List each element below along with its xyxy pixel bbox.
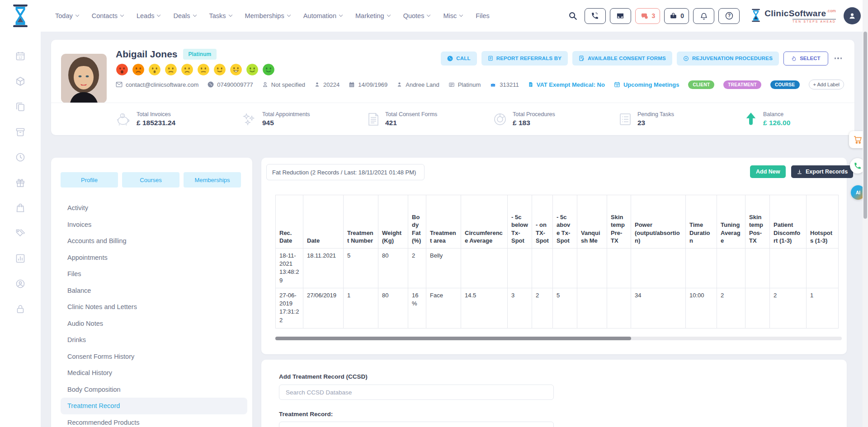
menu-item-body-composition[interactable]: Body Composition xyxy=(61,381,247,398)
menu-item-recommended-products[interactable]: Recommended Products xyxy=(61,414,247,427)
mood-8-icon[interactable] xyxy=(230,63,242,76)
shopping-bag-icon[interactable] xyxy=(15,202,26,213)
table-cell: 10:00 xyxy=(686,288,717,328)
vertical-scrollbar[interactable] xyxy=(863,0,868,427)
help-button[interactable]: ? xyxy=(718,8,740,24)
nav-today[interactable]: Today xyxy=(55,12,79,19)
stat-total-procedures: Total Procedures£ 183 xyxy=(493,111,619,127)
add-label-button[interactable]: + Add Label xyxy=(809,80,844,89)
tab-memberships[interactable]: Memberships xyxy=(184,172,241,188)
consent-forms-button[interactable]: AVAILABLE CONSENT FORMS xyxy=(572,51,672,66)
menu-item-consent-forms-history[interactable]: Consent Forms History xyxy=(61,348,247,365)
horizontal-scrollbar-thumb[interactable] xyxy=(275,337,631,340)
calendar-icon[interactable]: 12 xyxy=(15,51,26,61)
ccsd-search-input[interactable] xyxy=(279,385,554,400)
nav-tasks[interactable]: Tasks xyxy=(209,12,232,19)
search-icon[interactable] xyxy=(565,8,580,23)
mood-3-icon[interactable] xyxy=(148,63,161,76)
cart-button[interactable]: 0 xyxy=(664,8,689,24)
menu-item-invoices[interactable]: Invoices xyxy=(61,216,247,233)
chat-button[interactable]: 3 xyxy=(635,8,660,24)
archive-box-icon[interactable] xyxy=(15,127,26,137)
menu-item-treatment-record[interactable]: Treatment Record xyxy=(61,398,247,414)
tab-profile[interactable]: Profile xyxy=(61,172,118,188)
column-header: Power (output/absortion) xyxy=(631,195,686,249)
select-button[interactable]: SELECT xyxy=(783,52,828,66)
menu-item-files[interactable]: Files xyxy=(61,266,247,282)
table-cell xyxy=(631,249,686,288)
mood-5-icon[interactable] xyxy=(181,63,193,76)
main-content: Abigail Jones Platinum CALL REPORT REFER… xyxy=(41,32,868,427)
column-header: Hotspots (1-3) xyxy=(807,195,839,249)
nav-misc[interactable]: Misc xyxy=(443,12,462,19)
app-logo-icon[interactable] xyxy=(10,5,31,29)
nav-contacts[interactable]: Contacts xyxy=(92,12,123,19)
mood-6-icon[interactable] xyxy=(197,63,210,76)
chevron-down-icon xyxy=(339,13,343,17)
support-person-icon[interactable] xyxy=(15,278,26,289)
mood-7-icon[interactable] xyxy=(213,63,226,76)
price-tags-icon[interactable] xyxy=(15,228,26,239)
mood-2-icon[interactable] xyxy=(132,63,145,76)
table-cell: 2 xyxy=(717,288,745,328)
copy-pages-icon[interactable] xyxy=(15,101,26,112)
vertical-scrollbar-thumb[interactable] xyxy=(863,32,867,219)
stat-pending-tasks: Pending Tasks23 xyxy=(619,111,745,127)
donut-chart-icon xyxy=(493,113,507,126)
history-clock-icon[interactable] xyxy=(15,152,26,163)
vat-exempt-link[interactable]: VAT Exempt Medical: No xyxy=(528,81,605,88)
column-header: Patient Discomfort (1-3) xyxy=(770,195,807,249)
upcoming-meetings-link[interactable]: 12 Upcoming Meetings xyxy=(614,81,679,88)
table-cell: 1 xyxy=(344,288,378,328)
user-avatar[interactable] xyxy=(844,7,861,24)
report-referrals-button[interactable]: REPORT REFERRALS BY xyxy=(481,51,568,66)
gift-icon[interactable] xyxy=(15,177,26,188)
menu-item-accounts-and-billing[interactable]: Accounts and Billing xyxy=(61,233,247,249)
horizontal-scrollbar[interactable] xyxy=(275,337,842,340)
menu-item-balance[interactable]: Balance xyxy=(61,282,247,299)
treatment-record-input[interactable] xyxy=(279,422,554,427)
menu-item-audio-notes[interactable]: Audio Notes xyxy=(61,315,247,332)
nav-deals[interactable]: Deals xyxy=(173,12,196,19)
menu-item-activity[interactable]: Activity xyxy=(61,200,247,216)
column-header: Body Fat (%) xyxy=(408,195,426,249)
nav-marketing[interactable]: Marketing xyxy=(355,12,390,19)
right-column: Fat Reduction (2 Records / Last: 18/11/2… xyxy=(261,158,847,427)
nav-quotes[interactable]: Quotes xyxy=(403,12,430,19)
mood-9-icon[interactable] xyxy=(246,63,259,76)
membership-card-icon xyxy=(448,82,455,88)
nav-memberships[interactable]: Memberships xyxy=(245,12,290,19)
mood-10-icon[interactable] xyxy=(262,63,275,76)
stat-total-appointments: Total Appointments945 xyxy=(242,111,368,127)
rejuvenation-procedures-button[interactable]: REJUVENATION PROCEDURES xyxy=(677,52,779,66)
notifications-button[interactable] xyxy=(693,8,714,24)
question-icon: ? xyxy=(725,11,734,20)
more-options-icon[interactable] xyxy=(833,55,844,62)
call-button[interactable]: CALL xyxy=(441,52,476,66)
mood-1-icon[interactable] xyxy=(116,63,128,76)
mood-scale xyxy=(116,63,275,76)
products-cube-icon[interactable] xyxy=(15,76,26,87)
bar-chart-icon[interactable] xyxy=(15,253,26,264)
nav-automation[interactable]: Automation xyxy=(303,12,342,19)
mood-4-icon[interactable] xyxy=(165,63,177,76)
inbox-button[interactable] xyxy=(610,8,631,24)
menu-item-drinks[interactable]: Drinks xyxy=(61,332,247,348)
menu-item-clinic-notes-and-letters[interactable]: Clinic Notes and Letters xyxy=(61,299,247,315)
tab-courses[interactable]: Courses xyxy=(122,172,179,188)
table-cell xyxy=(577,249,607,288)
menu-item-medical-history[interactable]: Medical History xyxy=(61,365,247,381)
menu-item-appointments[interactable]: Appointments xyxy=(61,249,247,266)
patient-phone: 07490009777 xyxy=(208,81,253,88)
lock-icon[interactable] xyxy=(15,304,26,314)
nav-files[interactable]: Files xyxy=(476,12,490,19)
export-records-button[interactable]: Export Records xyxy=(791,165,853,178)
record-group-selector[interactable]: Fat Reduction (2 Records / Last: 18/11/2… xyxy=(266,164,425,180)
column-header: Skin temp Pos- TX xyxy=(745,195,770,249)
dialer-button[interactable] xyxy=(585,8,606,24)
table-cell: 5 xyxy=(553,288,577,328)
nav-leads[interactable]: Leads xyxy=(137,12,160,19)
add-new-button[interactable]: Add New xyxy=(750,165,786,178)
trend-up-icon xyxy=(745,112,757,127)
table-header-row: Rec. Date Date Treatment Number Weight (… xyxy=(276,195,839,249)
